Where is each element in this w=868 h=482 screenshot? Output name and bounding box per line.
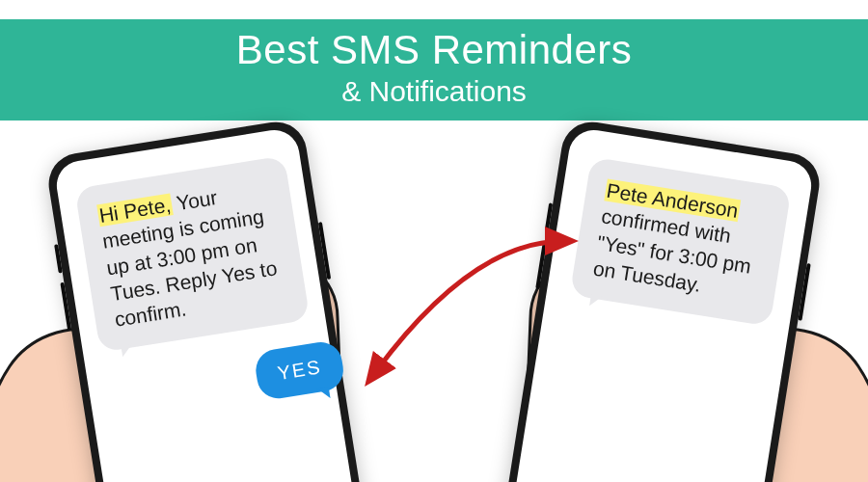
sms-confirmation-bubble: Pete Anderson confirmed with "Yes" for 3…: [570, 157, 792, 327]
phone-left: Hi Pete, Your meeting is coming up at 3:…: [44, 118, 380, 482]
sync-arrow-icon: [357, 222, 588, 395]
banner-title: Best SMS Reminders: [0, 27, 868, 73]
banner-subtitle: & Notifications: [0, 75, 868, 108]
sms-reply-text: YES: [276, 356, 323, 384]
sms-incoming-bubble: Hi Pete, Your meeting is coming up at 3:…: [74, 155, 310, 353]
header-banner: Best SMS Reminders & Notifications: [0, 19, 868, 120]
sms-reply-bubble: YES: [253, 339, 346, 401]
